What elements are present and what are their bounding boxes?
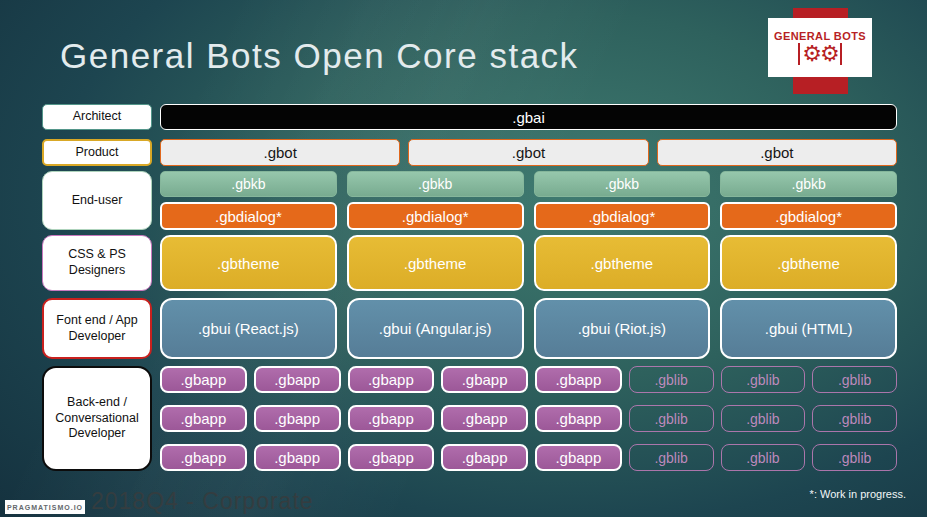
block-gblib: .gblib	[812, 366, 897, 393]
block-gbui-riot: .gbui (Riot.js)	[534, 298, 711, 359]
role-label-frontend-app-developer: Font end / App Developer	[42, 298, 152, 359]
block-gblib: .gblib	[812, 405, 897, 432]
page-title: General Bots Open Core stack	[60, 36, 579, 76]
block-gblib: .gblib	[629, 366, 714, 393]
row-gbtheme: .gbtheme .gbtheme .gbtheme .gbtheme	[160, 235, 897, 291]
slide: General Bots Open Core stack GENERAL BOT…	[0, 0, 927, 517]
row-gbkb: .gbkb .gbkb .gbkb .gbkb	[160, 171, 897, 197]
block-gbkb: .gbkb	[720, 171, 897, 197]
block-gbapp: .gbapp	[535, 444, 622, 471]
block-gbot: .gbot	[160, 139, 400, 166]
block-gbapp: .gbapp	[535, 405, 622, 432]
block-gblib: .gblib	[721, 444, 806, 471]
block-gbapp: .gbapp	[160, 444, 247, 471]
gears-icon: ⚙⚙	[798, 43, 841, 65]
row-gbui: .gbui (React.js) .gbui (Angular.js) .gbu…	[160, 298, 897, 359]
brand-logo: GENERAL BOTS ⚙⚙	[768, 18, 872, 77]
block-gbai: .gbai	[160, 104, 897, 130]
block-gblib: .gblib	[721, 366, 806, 393]
block-gbapp: .gbapp	[348, 444, 435, 471]
row-gbapp-2: .gbapp .gbapp .gbapp .gbapp .gbapp .gbli…	[160, 405, 897, 432]
role-label-end-user: End-user	[42, 171, 152, 230]
row-gbapp-3: .gbapp .gbapp .gbapp .gbapp .gbapp .gbli…	[160, 444, 897, 471]
block-gbkb: .gbkb	[534, 171, 711, 197]
block-gbtheme: .gbtheme	[347, 235, 524, 291]
block-gblib: .gblib	[629, 444, 714, 471]
block-gbdialog: .gbdialog*	[720, 202, 897, 230]
role-label-backend-conversational-developer: Back-end / Conversational Developer	[42, 366, 152, 471]
block-gbapp: .gbapp	[254, 444, 341, 471]
row-gbot: .gbot .gbot .gbot	[160, 139, 897, 166]
block-gbkb: .gbkb	[160, 171, 337, 197]
pragmatismo-logo: PRAGMATISMO.IO	[5, 500, 85, 514]
block-gbapp: .gbapp	[348, 366, 435, 393]
block-gbkb: .gbkb	[347, 171, 524, 197]
block-gbdialog: .gbdialog*	[534, 202, 711, 230]
block-gbdialog: .gbdialog*	[347, 202, 524, 230]
block-gbdialog: .gbdialog*	[160, 202, 337, 230]
block-gblib: .gblib	[812, 444, 897, 471]
block-gbapp: .gbapp	[160, 366, 247, 393]
role-label-css-ps-designers: CSS & PS Designers	[42, 235, 152, 291]
gear-tick-left	[798, 43, 800, 65]
block-gbui-html: .gbui (HTML)	[720, 298, 897, 359]
gear-tick-right	[840, 43, 842, 65]
block-gbtheme: .gbtheme	[720, 235, 897, 291]
block-gbapp: .gbapp	[535, 366, 622, 393]
role-label-product: Product	[42, 139, 152, 166]
block-gbui-react: .gbui (React.js)	[160, 298, 337, 359]
block-gbapp: .gbapp	[441, 405, 528, 432]
block-gbui-angular: .gbui (Angular.js)	[347, 298, 524, 359]
work-in-progress-footnote: *: Work in progress.	[810, 488, 906, 500]
block-gbapp: .gbapp	[160, 405, 247, 432]
block-gbapp: .gbapp	[441, 444, 528, 471]
block-gbapp: .gbapp	[254, 366, 341, 393]
block-gblib: .gblib	[629, 405, 714, 432]
block-gbapp: .gbapp	[441, 366, 528, 393]
row-gbapp-1: .gbapp .gbapp .gbapp .gbapp .gbapp .gbli…	[160, 366, 897, 393]
row-gbdialog: .gbdialog* .gbdialog* .gbdialog* .gbdial…	[160, 202, 897, 230]
block-gbtheme: .gbtheme	[534, 235, 711, 291]
row-gbai: .gbai	[160, 104, 897, 130]
block-gbapp: .gbapp	[254, 405, 341, 432]
block-gblib: .gblib	[721, 405, 806, 432]
block-gbot: .gbot	[657, 139, 897, 166]
footer-caption: 2018Q4 - Corporate	[91, 488, 314, 515]
block-gbapp: .gbapp	[348, 405, 435, 432]
block-gbot: .gbot	[408, 139, 648, 166]
block-gbtheme: .gbtheme	[160, 235, 337, 291]
role-label-architect: Architect	[42, 104, 152, 130]
